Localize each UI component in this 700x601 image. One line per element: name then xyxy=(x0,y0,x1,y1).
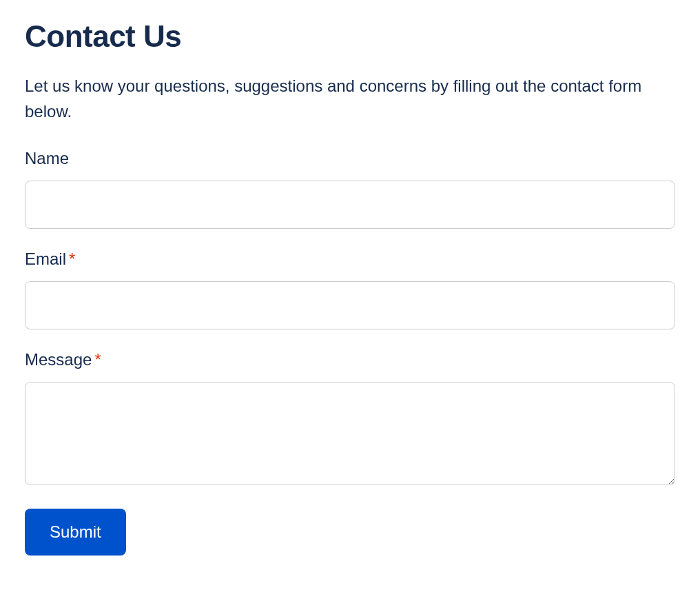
name-label: Name xyxy=(25,149,675,168)
required-icon: * xyxy=(94,350,101,369)
email-label-text: Email xyxy=(25,249,66,268)
name-input[interactable] xyxy=(25,181,675,229)
email-label: Email* xyxy=(25,249,675,269)
message-label: Message* xyxy=(25,350,675,369)
message-field-group: Message* xyxy=(25,350,675,488)
email-field-group: Email* xyxy=(25,249,675,329)
email-input[interactable] xyxy=(25,281,675,329)
submit-button[interactable]: Submit xyxy=(25,509,126,556)
required-icon: * xyxy=(69,249,75,268)
intro-text: Let us know your questions, suggestions … xyxy=(25,73,672,124)
page-title: Contact Us xyxy=(25,19,675,54)
message-input[interactable] xyxy=(25,382,675,485)
name-field-group: Name xyxy=(25,149,675,229)
contact-form: Name Email* Message* Submit xyxy=(25,149,675,556)
message-label-text: Message xyxy=(25,350,92,369)
name-label-text: Name xyxy=(25,149,69,167)
